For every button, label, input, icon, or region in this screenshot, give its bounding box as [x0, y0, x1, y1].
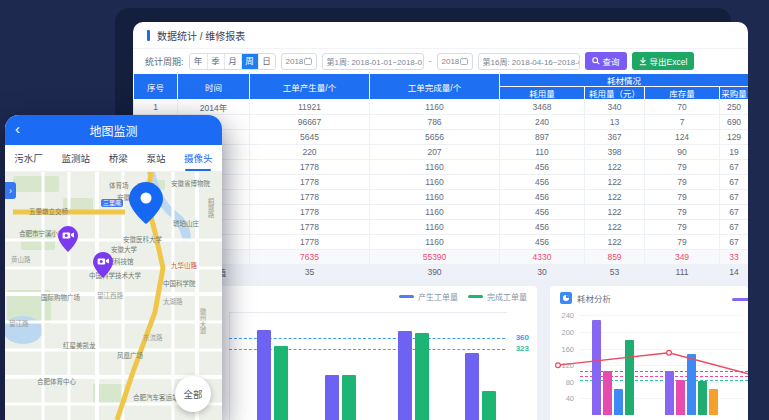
map-label: 红星美凯龙: [63, 340, 96, 350]
camera-marker-icon[interactable]: [58, 226, 78, 256]
table-head: 序号时间工单产生量/个工单完成量/个耗材情况耗用量耗用量（元）库存量采购量: [134, 74, 749, 100]
value-cell: 67: [720, 235, 749, 250]
value-cell: 897: [500, 130, 585, 145]
calendar-icon: [460, 57, 468, 65]
map-label: 望江西路: [97, 290, 123, 300]
map-label: 安徽医科大学: [123, 234, 162, 244]
map-view[interactable]: › 全部 体育场安徽农业大学安徽省博物院桐城路五里墩立交桥三里庵琥珀山庄合肥市宁…: [5, 172, 222, 420]
value-cell: 1778: [250, 205, 370, 220]
value-cell: 456: [500, 175, 585, 190]
consumables-combo-chart: 2402001601208040: [550, 286, 748, 420]
reference-label: 323: [516, 344, 529, 353]
value-cell: 3468: [500, 100, 585, 115]
value-cell: 79: [645, 220, 720, 235]
back-icon[interactable]: ‹: [15, 120, 20, 138]
time-cell: 2014年: [178, 100, 250, 115]
value-cell: 1160: [370, 100, 500, 115]
map-all-button[interactable]: 全部: [175, 376, 211, 412]
value-cell: 7: [645, 115, 720, 130]
value-cell: 122: [585, 235, 645, 250]
legend-label: 产生工单量: [418, 291, 458, 302]
year-from-select[interactable]: 2018: [281, 53, 317, 70]
sub-column-header: 耗用量: [500, 87, 585, 100]
value-cell: 67: [720, 220, 749, 235]
phone-tab[interactable]: 泵站: [144, 145, 167, 171]
export-excel-button[interactable]: 导出Excel: [632, 52, 695, 70]
legend-label: 完成工单量: [487, 291, 527, 302]
period-option[interactable]: 年: [190, 54, 207, 69]
map-expand-button[interactable]: ›: [5, 182, 16, 199]
value-cell: 220: [250, 145, 370, 160]
value-cell: 1160: [370, 235, 500, 250]
map-label: 太湖路: [163, 296, 183, 306]
value-cell: 340: [585, 100, 645, 115]
value-cell: 79: [645, 175, 720, 190]
breadcrumb-bar: 数据统计 / 维修报表: [133, 22, 748, 49]
year-to-value: 2018: [442, 57, 460, 66]
breadcrumb-accent: [147, 30, 150, 41]
legend-item[interactable]: 产生工单量: [399, 291, 458, 302]
value-cell: 70: [645, 100, 720, 115]
table-row: 10177811604561227967: [134, 235, 749, 250]
map-label: 合肥汽车客运站: [133, 392, 179, 402]
bar: [415, 333, 429, 420]
search-icon: [592, 57, 600, 65]
legend-item[interactable]: 完成工单量: [468, 291, 527, 302]
breadcrumb: 数据统计 / 维修报表: [157, 28, 245, 43]
table-row: 7177811604561227967: [134, 190, 749, 205]
map-label: 凤凰广场: [117, 350, 143, 360]
phone-tab[interactable]: 桥梁: [107, 145, 130, 171]
value-cell: 124: [645, 130, 720, 145]
camera-marker-icon[interactable]: [93, 252, 113, 282]
year-to-select[interactable]: 2018: [437, 53, 473, 70]
value-cell: 240: [500, 115, 585, 130]
phone-tab[interactable]: 监测站: [60, 145, 93, 171]
charts-row: 产生工单量完成工单量 360323 耗材分析 2402001601208040: [133, 280, 748, 420]
value-cell: 1160: [370, 190, 500, 205]
table-row: 9177811604561227967: [134, 220, 749, 235]
value-cell: 859: [585, 250, 645, 265]
column-header: 工单产生量/个: [250, 74, 370, 100]
map-label: 九华山路: [171, 260, 197, 270]
value-cell: 456: [500, 235, 585, 250]
value-cell: 7635: [250, 250, 370, 265]
phone-tab[interactable]: 污水厂: [12, 145, 45, 171]
value-cell: 1160: [370, 160, 500, 175]
phone-mockup: ‹ 地图监测 污水厂监测站桥梁泵站摄像头: [5, 115, 222, 420]
phone-tab[interactable]: 摄像头: [182, 145, 215, 171]
value-cell: 1778: [250, 160, 370, 175]
table-body: 12014年1192111603468340702502966677862401…: [134, 100, 749, 280]
value-cell: 250: [720, 100, 749, 115]
value-cell: 129: [720, 130, 749, 145]
pie-chart-icon: [560, 292, 572, 304]
week-to-input[interactable]: 第16周: 2018-04-16~2018-04-22: [478, 53, 580, 70]
value-cell: 5645: [250, 130, 370, 145]
range-separator: -: [429, 56, 432, 66]
sub-column-header: 采购量: [720, 87, 749, 100]
period-option[interactable]: 日: [258, 54, 275, 69]
value-cell: 5656: [370, 130, 500, 145]
table-row: 12014年119211160346834070250: [134, 100, 749, 115]
map-pin[interactable]: [129, 182, 163, 228]
value-cell: 390: [370, 265, 500, 280]
value-cell: 1778: [250, 220, 370, 235]
period-option[interactable]: 周: [241, 54, 258, 69]
period-option[interactable]: 月: [224, 54, 241, 69]
table-row: 356455656897367124129: [134, 130, 749, 145]
query-button-label: 查询: [603, 55, 620, 67]
phone-tab-bar: 污水厂监测站桥梁泵站摄像头: [5, 145, 222, 172]
period-option[interactable]: 季: [207, 54, 224, 69]
value-cell: 456: [500, 160, 585, 175]
value-cell: 55390: [370, 250, 500, 265]
value-cell: 111: [645, 265, 720, 280]
column-header: 工单完成量/个: [370, 74, 500, 100]
bar: [274, 346, 288, 420]
value-cell: 1160: [370, 175, 500, 190]
value-cell: 79: [645, 190, 720, 205]
phone-header: ‹ 地图监测: [5, 115, 222, 145]
query-button[interactable]: 查询: [585, 52, 627, 70]
value-cell: 11921: [250, 100, 370, 115]
value-cell: 456: [500, 205, 585, 220]
value-cell: 53: [585, 265, 645, 280]
week-from-input[interactable]: 第1周: 2018-01-01~2018-01-07: [322, 53, 424, 70]
